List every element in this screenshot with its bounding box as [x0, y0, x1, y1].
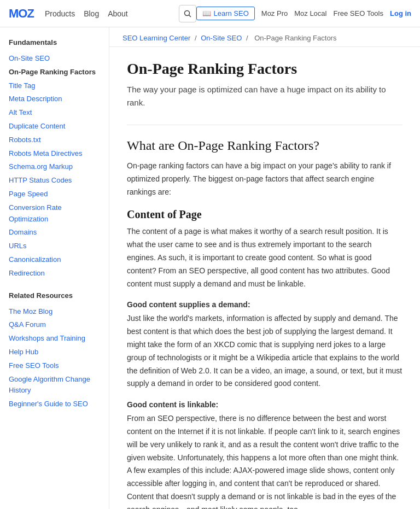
section2-title: Content of Page — [127, 208, 402, 221]
breadcrumb: SEO Learning Center / On-Site SEO / On-P… — [109, 27, 420, 47]
sidebar-item-duplicate-content[interactable]: Duplicate Content — [9, 120, 100, 133]
sidebar-item-title-tag[interactable]: Title Tag — [9, 79, 100, 93]
main-content: On-Page Ranking Factors The way your pag… — [109, 47, 420, 509]
sidebar-item-canonicalization[interactable]: Canonicalization — [9, 253, 100, 267]
sidebar-item-cro[interactable]: Conversion Rate Optimization — [9, 201, 100, 226]
subsection2-title: Good content is linkable: — [127, 400, 402, 409]
sidebar-item-meta-description[interactable]: Meta Description — [9, 92, 100, 106]
sidebar-item-schema[interactable]: Schema.org Markup — [9, 160, 100, 174]
sidebar-item-robots-meta[interactable]: Robots Meta Directives — [9, 147, 100, 161]
sidebar-item-page-speed[interactable]: Page Speed — [9, 188, 100, 201]
page-title: On-Page Ranking Factors — [127, 60, 402, 78]
breadcrumb-sep1: / — [195, 34, 199, 42]
nav-about[interactable]: About — [108, 9, 128, 18]
login-link[interactable]: Log in — [390, 9, 411, 17]
moz-local-link[interactable]: Moz Local — [294, 9, 326, 17]
breadcrumb-current: On-Page Ranking Factors — [254, 34, 336, 42]
search-button[interactable] — [179, 5, 196, 22]
sidebar-item-workshops[interactable]: Workshops and Training — [9, 332, 100, 346]
page-subtitle: The way your page is optimized can have … — [127, 83, 402, 109]
divider-1 — [127, 125, 402, 125]
sidebar: Fundamentals On-Site SEO On-Page Ranking… — [0, 27, 109, 509]
sidebar-item-qa-forum[interactable]: Q&A Forum — [9, 318, 100, 332]
sidebar-item-domains[interactable]: Domains — [9, 226, 100, 239]
learn-seo-label: Learn SEO — [213, 9, 248, 17]
section2-text: The content of a page is what makes it w… — [127, 225, 402, 290]
sidebar-item-free-seo[interactable]: Free SEO Tools — [9, 359, 100, 373]
sidebar-item-redirection[interactable]: Redirection — [9, 267, 100, 280]
subsection1-title: Good content supplies a demand: — [127, 300, 402, 309]
section1-text: On-page ranking factors can have a big i… — [127, 160, 402, 198]
breadcrumb-on-site-seo[interactable]: On-Site SEO — [201, 34, 242, 42]
nav-products[interactable]: Products — [45, 9, 75, 18]
main-nav: Products Blog About — [45, 9, 175, 18]
sidebar-item-on-site-seo[interactable]: On-Site SEO — [9, 52, 100, 66]
book-icon: 📖 — [202, 9, 211, 17]
sidebar-item-beginners-guide[interactable]: Beginner's Guide to SEO — [9, 397, 100, 411]
sidebar-item-algo-history[interactable]: Google Algorithm Change History — [9, 373, 100, 398]
subsection2-text: From an SEO perspective, there is no dif… — [127, 412, 402, 509]
section1-title: What are On-Page Ranking Factors? — [127, 138, 402, 153]
sidebar-item-robots-txt[interactable]: Robots.txt — [9, 133, 100, 147]
sidebar-item-http-status[interactable]: HTTP Status Codes — [9, 174, 100, 188]
breadcrumb-sep2: / — [246, 34, 250, 42]
related-resources-heading: Related Resources — [9, 291, 100, 300]
sidebar-item-alt-text[interactable]: Alt Text — [9, 106, 100, 120]
header-right: 📖 Learn SEO Moz Pro Moz Local Free SEO T… — [196, 7, 411, 20]
sidebar-item-moz-blog[interactable]: The Moz Blog — [9, 305, 100, 319]
fundamentals-heading: Fundamentals — [9, 38, 100, 46]
svg-point-0 — [185, 10, 190, 15]
main-area: SEO Learning Center / On-Site SEO / On-P… — [109, 27, 420, 509]
learn-seo-button[interactable]: 📖 Learn SEO — [196, 7, 254, 20]
svg-line-1 — [189, 15, 191, 17]
sidebar-item-on-page-ranking[interactable]: On-Page Ranking Factors — [9, 66, 100, 79]
header: MOZ Products Blog About 📖 Learn SEO Moz … — [0, 0, 420, 27]
nav-blog[interactable]: Blog — [84, 9, 99, 18]
moz-pro-link[interactable]: Moz Pro — [261, 9, 288, 17]
breadcrumb-seo-learning[interactable]: SEO Learning Center — [122, 34, 190, 42]
sidebar-item-urls[interactable]: URLs — [9, 239, 100, 253]
sidebar-item-help-hub[interactable]: Help Hub — [9, 346, 100, 359]
free-seo-tools-link[interactable]: Free SEO Tools — [333, 9, 383, 17]
subsection1-text: Just like the world's markets, informati… — [127, 312, 402, 390]
logo[interactable]: MOZ — [9, 7, 34, 21]
page-layout: Fundamentals On-Site SEO On-Page Ranking… — [0, 27, 420, 509]
